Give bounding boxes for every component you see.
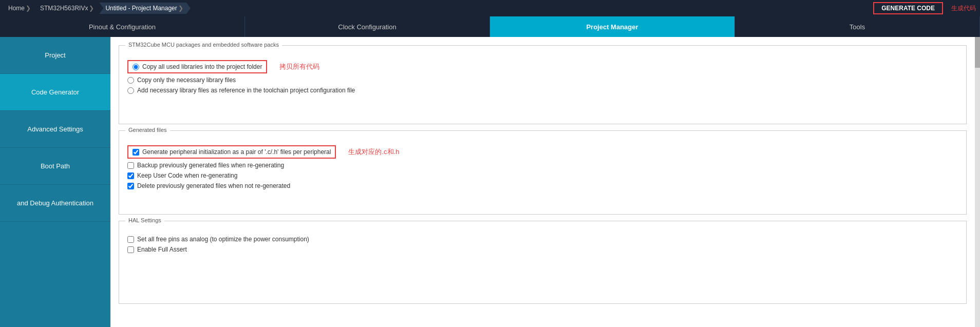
- delete-old-label: Delete previously generated files when n…: [137, 182, 290, 189]
- option-copy-all-row: Copy all used libraries into the project…: [127, 60, 958, 73]
- copy-all-radio[interactable]: [133, 64, 139, 70]
- keep-user-code-label: Keep User Code when re-generating: [137, 172, 237, 179]
- keep-user-code-checkbox[interactable]: [127, 172, 134, 179]
- hal-settings-section: HAL Settings Set all free pins as analog…: [119, 221, 967, 304]
- enable-assert-label: Enable Full Assert: [137, 246, 187, 253]
- option-gen-peripheral-row: Generate peripheral initialization as a …: [127, 145, 958, 159]
- add-reference-radio[interactable]: [127, 87, 134, 94]
- copy-all-highlight: Copy all used libraries into the project…: [127, 60, 267, 73]
- add-reference-label: Add necessary library files as reference…: [137, 87, 355, 94]
- gen-peripheral-label: Generate peripheral initialization as a …: [142, 148, 331, 156]
- set-analog-label: Set all free pins as analog (to optimize…: [137, 236, 309, 243]
- generated-files-title: Generated files: [125, 127, 170, 133]
- breadcrumb-arrow-2: ❯: [89, 5, 94, 12]
- breadcrumb-home[interactable]: Home ❯: [4, 5, 36, 12]
- chinese-generate-label: 生成代码: [951, 4, 976, 13]
- backup-label: Backup previously generated files when r…: [137, 162, 284, 169]
- option-set-analog-row: Set all free pins as analog (to optimize…: [127, 236, 958, 243]
- hal-settings-title: HAL Settings: [125, 217, 164, 223]
- option-delete-old-row: Delete previously generated files when n…: [127, 182, 958, 189]
- delete-old-checkbox[interactable]: [127, 183, 134, 189]
- option-keep-user-code-row: Keep User Code when re-generating: [127, 172, 958, 179]
- breadcrumb-device[interactable]: STM32H563RIVx ❯: [36, 5, 99, 12]
- gen-peripheral-chinese: 生成对应的.c和.h: [348, 147, 399, 157]
- sidebar-item-advanced-settings[interactable]: Advanced Settings: [0, 111, 110, 148]
- tab-clock[interactable]: Clock Configuration: [245, 16, 490, 37]
- sidebar-item-project[interactable]: Project: [0, 37, 110, 74]
- option-copy-necessary-row: Copy only the necessary library files: [127, 76, 958, 84]
- copy-all-label: Copy all used libraries into the project…: [142, 63, 262, 70]
- breadcrumb: Home ❯ STM32H563RIVx ❯ Untitled - Projec…: [4, 3, 873, 14]
- breadcrumb-arrow-3: ❯: [178, 5, 183, 12]
- generated-files-section: Generated files Generate peripheral init…: [119, 130, 967, 215]
- gen-peripheral-checkbox[interactable]: [133, 149, 139, 156]
- backup-checkbox[interactable]: [127, 162, 134, 169]
- generate-code-button[interactable]: GENERATE CODE: [873, 2, 943, 14]
- sidebar-item-boot-path[interactable]: Boot Path: [0, 148, 110, 185]
- tab-tools[interactable]: Tools: [735, 16, 980, 37]
- sidebar-item-debug-auth[interactable]: and Debug Authentication: [0, 185, 110, 222]
- tab-pinout[interactable]: Pinout & Configuration: [0, 16, 245, 37]
- top-nav: Home ❯ STM32H563RIVx ❯ Untitled - Projec…: [0, 0, 980, 16]
- copy-all-chinese: 拷贝所有代码: [279, 62, 319, 71]
- copy-necessary-label: Copy only the necessary library files: [137, 76, 236, 84]
- tab-bar: Pinout & Configuration Clock Configurati…: [0, 16, 980, 37]
- option-enable-assert-row: Enable Full Assert: [127, 246, 958, 253]
- breadcrumb-project[interactable]: Untitled - Project Manager ❯: [99, 3, 190, 14]
- mcu-packages-section: STM32Cube MCU packages and embedded soft…: [119, 45, 967, 124]
- mcu-packages-title: STM32Cube MCU packages and embedded soft…: [125, 42, 282, 48]
- enable-assert-checkbox[interactable]: [127, 246, 134, 253]
- copy-necessary-radio[interactable]: [127, 77, 134, 84]
- content-area: STM32Cube MCU packages and embedded soft…: [110, 37, 975, 327]
- sidebar: Project Code Generator Advanced Settings…: [0, 37, 110, 327]
- set-analog-checkbox[interactable]: [127, 236, 134, 243]
- option-backup-row: Backup previously generated files when r…: [127, 162, 958, 169]
- gen-peripheral-highlight: Generate peripheral initialization as a …: [127, 145, 336, 159]
- option-add-reference-row: Add necessary library files as reference…: [127, 87, 958, 94]
- main-layout: Project Code Generator Advanced Settings…: [0, 37, 980, 327]
- scrollbar-track[interactable]: [975, 37, 980, 327]
- tab-project-manager[interactable]: Project Manager: [490, 16, 735, 37]
- scrollbar-thumb[interactable]: [975, 37, 980, 68]
- breadcrumb-arrow-1: ❯: [26, 5, 31, 12]
- sidebar-item-code-generator[interactable]: Code Generator: [0, 74, 110, 111]
